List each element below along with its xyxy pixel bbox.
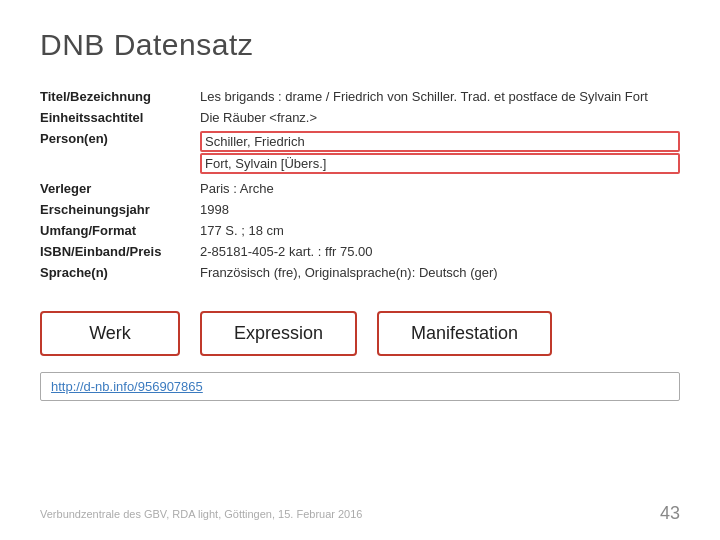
label-einheitssachtitel: Einheitssachtitel <box>40 107 200 128</box>
value-titel: Les brigands : drame / Friedrich von Sch… <box>200 86 680 107</box>
table-row: Umfang/Format 177 S. ; 18 cm <box>40 220 680 241</box>
frbr-buttons-group: Werk Expression Manifestation <box>40 311 680 356</box>
label-titel: Titel/Bezeichnung <box>40 86 200 107</box>
value-isbn: 2-85181-405-2 kart. : ffr 75.00 <box>200 241 680 262</box>
label-isbn: ISBN/Einband/Preis <box>40 241 200 262</box>
label-erscheinungsjahr: Erscheinungsjahr <box>40 199 200 220</box>
value-sprache: Französisch (fre), Originalsprache(n): D… <box>200 262 680 283</box>
person-schiller: Schiller, Friedrich <box>200 131 680 152</box>
table-row: Titel/Bezeichnung Les brigands : drame /… <box>40 86 680 107</box>
value-personen: Schiller, Friedrich Fort, Sylvain [Übers… <box>200 128 680 178</box>
page-title: DNB Datensatz <box>40 28 680 62</box>
table-row: Sprache(n) Französisch (fre), Originalsp… <box>40 262 680 283</box>
label-umfang: Umfang/Format <box>40 220 200 241</box>
table-row: ISBN/Einband/Preis 2-85181-405-2 kart. :… <box>40 241 680 262</box>
label-personen: Person(en) <box>40 128 200 178</box>
url-link[interactable]: http://d-nb.info/956907865 <box>51 379 203 394</box>
label-verleger: Verleger <box>40 178 200 199</box>
footer-text: Verbundzentrale des GBV, RDA light, Gött… <box>40 508 362 520</box>
value-umfang: 177 S. ; 18 cm <box>200 220 680 241</box>
person-fort: Fort, Sylvain [Übers.] <box>200 153 680 174</box>
table-row: Einheitssachtitel Die Räuber <franz.> <box>40 107 680 128</box>
frbr-button-manifestation[interactable]: Manifestation <box>377 311 552 356</box>
frbr-button-expression[interactable]: Expression <box>200 311 357 356</box>
label-sprache: Sprache(n) <box>40 262 200 283</box>
footer: Verbundzentrale des GBV, RDA light, Gött… <box>40 499 680 524</box>
frbr-button-werk[interactable]: Werk <box>40 311 180 356</box>
table-row: Verleger Paris : Arche <box>40 178 680 199</box>
value-einheitssachtitel: Die Räuber <franz.> <box>200 107 680 128</box>
slide: DNB Datensatz Titel/Bezeichnung Les brig… <box>0 0 720 540</box>
page-number: 43 <box>660 503 680 524</box>
metadata-table: Titel/Bezeichnung Les brigands : drame /… <box>40 86 680 283</box>
url-box[interactable]: http://d-nb.info/956907865 <box>40 372 680 401</box>
table-row: Erscheinungsjahr 1998 <box>40 199 680 220</box>
table-row: Person(en) Schiller, Friedrich Fort, Syl… <box>40 128 680 178</box>
value-erscheinungsjahr: 1998 <box>200 199 680 220</box>
value-verleger: Paris : Arche <box>200 178 680 199</box>
